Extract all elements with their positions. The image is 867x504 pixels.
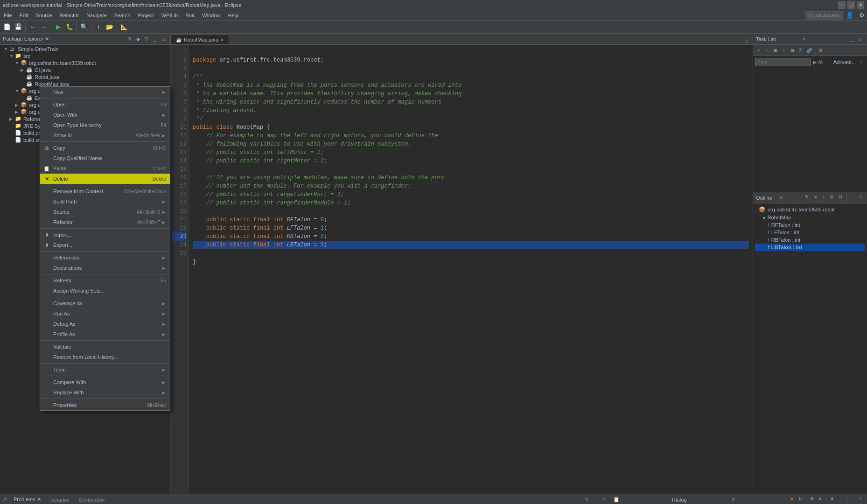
ctx-remove-context[interactable]: Remove from Context Ctrl+Alt+Shift+Down (40, 186, 170, 196)
ctx-refresh[interactable]: Refresh F5 (40, 275, 170, 286)
outline-toolbar-btn2[interactable]: ⇲ (811, 193, 819, 201)
maximize-button[interactable]: □ (847, 1, 855, 9)
back-button[interactable]: ← (28, 22, 38, 32)
debug-button[interactable]: 🐛 (64, 22, 75, 32)
riolog-stop-button[interactable]: ■ (788, 495, 796, 503)
window-controls[interactable]: ─ □ ✕ (838, 1, 864, 9)
outline-field-rb[interactable]: f RBTalon : int (755, 236, 865, 244)
new-button[interactable]: 📄 (2, 22, 12, 32)
perspective-button[interactable]: 📐 (119, 22, 129, 32)
menu-window[interactable]: Window (198, 12, 224, 19)
ctx-export[interactable]: ⬆ Export... (40, 240, 170, 250)
riolog-delete[interactable]: ✕ (817, 495, 824, 503)
minimize-panel-button[interactable]: _ (151, 35, 159, 43)
ctx-open-type-hierarchy[interactable]: Open Type Hierarchy F4 (40, 120, 170, 130)
outline-sort-btn[interactable]: ↕ (820, 193, 827, 201)
riolog-minimize[interactable]: _ (848, 495, 856, 503)
task-sort-button[interactable]: ↕ (780, 47, 788, 54)
outline-pkg[interactable]: 📦 org.usfirst.frc.team3539.robot (755, 205, 865, 214)
task-list-minimize[interactable]: _ (848, 35, 856, 43)
ctx-coverage-as[interactable]: Coverage As ► (40, 298, 170, 308)
problems-minimize[interactable]: _ (591, 496, 599, 504)
ctx-declarations[interactable]: Declarations ► (40, 263, 170, 273)
open-resource-button[interactable]: 📂 (105, 22, 115, 32)
ctx-import[interactable]: ⬇ Import... (40, 230, 170, 240)
tree-item-src[interactable]: ▼ 📁 src (0, 52, 170, 59)
outline-hide-btn[interactable]: ⊡ (837, 193, 844, 201)
outline-field-lb[interactable]: f LBTalon : int (755, 244, 865, 251)
task-link-button[interactable]: 🔗 (805, 47, 813, 54)
new-task-button[interactable]: + (755, 47, 762, 54)
quick-access-button[interactable]: Quick Access (805, 11, 843, 20)
ctx-assign-working-sets[interactable]: Assign Working Sets... (40, 286, 170, 296)
outline-maximize[interactable]: □ (857, 193, 864, 201)
view-menu-button[interactable]: ▽ (143, 35, 150, 43)
ctx-team[interactable]: Team ► (40, 364, 170, 375)
tab-javadoc[interactable]: Javadoc (46, 495, 74, 504)
outline-close[interactable]: ✕ (779, 195, 802, 200)
ctx-new[interactable]: New ► (40, 87, 170, 97)
riolog-forward[interactable]: → (837, 495, 844, 503)
code-editor[interactable]: package org.usfirst.frc.team3539.robot; … (189, 45, 753, 494)
ctx-source[interactable]: Source Alt+Shift+S ► (40, 207, 170, 217)
riolog-reload-button[interactable]: ↻ (797, 495, 804, 503)
task-group-button[interactable]: ⊟ (789, 47, 796, 54)
ctx-properties[interactable]: Properties Alt+Enter (40, 400, 170, 410)
ctx-refactor[interactable]: Refactor Alt+Shift+T ► (40, 217, 170, 227)
collapse-all-button[interactable]: ⇱ (126, 35, 133, 43)
ctx-copy-qualified[interactable]: Copy Qualified Name (40, 153, 170, 163)
maximize-panel-button[interactable]: □ (160, 35, 167, 43)
menu-run[interactable]: Run (182, 12, 198, 19)
tree-item-oi[interactable]: ▶ ☕ OI.java (0, 66, 170, 73)
task-list-maximize[interactable]: □ (857, 35, 864, 43)
menu-navigate[interactable]: Navigate (83, 12, 110, 19)
menu-project[interactable]: Project (134, 12, 157, 19)
task-collapse-button[interactable]: ⇱ (797, 47, 804, 54)
outline-filter-btn[interactable]: ⊞ (828, 193, 836, 201)
toolbar-icon-2[interactable]: ⚙ (857, 10, 867, 21)
menu-edit[interactable]: Edit (16, 12, 32, 19)
ctx-replace-with[interactable]: Replace With ► (40, 387, 170, 398)
ctx-compare-with[interactable]: Compare With ► (40, 377, 170, 387)
task-filter-button[interactable]: ⊞ (772, 47, 779, 54)
riolog-settings[interactable]: ⚙ (808, 495, 816, 503)
menu-refactor[interactable]: Refactor (56, 12, 83, 19)
ctx-open[interactable]: Open F3 (40, 99, 170, 110)
ctx-debug-as[interactable]: Debug As ► (40, 319, 170, 329)
find-settings[interactable]: ? (858, 58, 865, 66)
search-button[interactable]: 🔍 (79, 22, 89, 32)
ctx-build-path[interactable]: Build Path ► (40, 196, 170, 207)
close-button[interactable]: ✕ (857, 1, 864, 9)
ctx-profile-as[interactable]: Profile As ► (40, 329, 170, 339)
ctx-run-as[interactable]: Run As ► (40, 308, 170, 319)
ctx-paste[interactable]: 📋 Paste Ctrl+V (40, 163, 170, 174)
editor-maximize-button[interactable]: □ (742, 37, 750, 44)
task-settings-button[interactable]: ⚙ (817, 47, 825, 54)
ctx-copy[interactable]: ⧉ Copy Ctrl+C (40, 143, 170, 153)
ctx-references[interactable]: References ► (40, 252, 170, 263)
outline-field-rf[interactable]: f RFTalon : int (755, 221, 865, 229)
problems-settings[interactable]: ▽ (583, 496, 590, 504)
problems-maximize[interactable]: □ (600, 496, 607, 504)
riolog-pause[interactable]: ⏸ (828, 495, 836, 503)
activate-link[interactable]: Activate... (833, 59, 856, 65)
menu-help[interactable]: Help (224, 12, 242, 19)
ctx-show-in[interactable]: Show In Alt+Shift+W ► (40, 130, 170, 140)
outline-toolbar-btn[interactable]: ⇱ (803, 193, 811, 201)
task-list-close[interactable]: ✕ (802, 36, 846, 42)
link-editor-button[interactable]: ⬗ (134, 35, 142, 43)
menu-search[interactable]: Search (111, 12, 134, 19)
menu-file[interactable]: File (0, 12, 16, 19)
find-input[interactable] (755, 58, 811, 66)
ctx-open-with[interactable]: Open With ► (40, 110, 170, 120)
run-button[interactable]: ▶ (53, 22, 63, 32)
editor-tab-robotmap[interactable]: ☕ RobotMap.java ✕ (170, 35, 229, 44)
open-type-button[interactable]: T (93, 22, 104, 32)
save-button[interactable]: 💾 (13, 22, 23, 32)
minimize-button[interactable]: ─ (838, 1, 846, 9)
tree-item-robot[interactable]: ☕ Robot.java (0, 73, 170, 80)
ctx-delete[interactable]: ✕ Delete Delete (40, 174, 170, 184)
outline-minimize[interactable]: _ (848, 193, 856, 201)
ctx-restore-history[interactable]: Restore from Local History... (40, 352, 170, 362)
tree-item-robot-pkg[interactable]: ▼ 📦 org.usfirst.frc.team3539.robot (0, 59, 170, 66)
